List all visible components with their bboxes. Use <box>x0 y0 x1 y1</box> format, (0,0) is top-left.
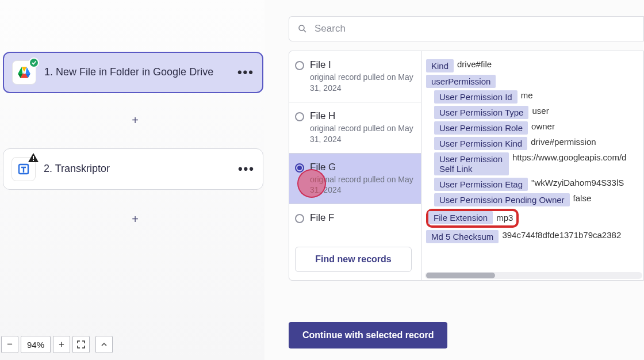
radio-icon[interactable] <box>295 163 304 173</box>
record-sub: original record pulled on May 31, 2024 <box>310 72 414 94</box>
step-1-label: 1. New File in Folder in Google Drive <box>44 66 237 79</box>
field-perm-kind-value: drive#permission <box>531 137 596 147</box>
radio-icon[interactable] <box>295 214 304 223</box>
record-name: File F <box>310 212 335 224</box>
field-perm-pending-value: false <box>573 193 592 203</box>
details-horizontal-scrollbar[interactable] <box>425 272 642 279</box>
field-perm-etag-label: User Permission Etag <box>434 178 528 191</box>
field-file-ext-label: File Extension <box>428 211 493 224</box>
svg-marker-1 <box>22 67 27 72</box>
field-perm-self-value: https://www.googleapis.com/d <box>512 152 626 162</box>
record-name: File H <box>310 110 414 122</box>
zoom-out-button[interactable]: − <box>1 336 18 353</box>
field-md5-value: 394c744f8dfde1371b79ca2382 <box>502 230 621 240</box>
warning-badge-icon <box>28 153 39 164</box>
step-1-menu[interactable]: ••• <box>237 65 254 80</box>
svg-rect-9 <box>33 156 34 159</box>
workflow-canvas: 1. New File in Folder in Google Drive ••… <box>0 0 264 360</box>
transkriptor-icon <box>12 157 36 181</box>
step-1-card[interactable]: 1. New File in Folder in Google Drive ••… <box>3 52 263 93</box>
search-bar[interactable] <box>289 16 644 41</box>
field-perm-role-label: User Permission Role <box>434 121 528 135</box>
field-perm-pending-label: User Permission Pending Owner <box>434 193 570 206</box>
field-perm-id-value: me <box>521 90 533 100</box>
record-name: File I <box>310 59 414 71</box>
field-perm-kind-label: User Permission Kind <box>434 137 527 150</box>
record-content: File Ioriginal record pulled on May 31, … <box>289 51 644 281</box>
step-2-label: 2. Transkriptor <box>44 162 238 175</box>
drive-icon <box>12 60 36 85</box>
field-md5-label: Md 5 Checksum <box>426 230 499 243</box>
svg-marker-2 <box>26 67 30 74</box>
field-perm-type-value: user <box>532 106 549 116</box>
field-perm-type-label: User Permission Type <box>434 106 528 119</box>
record-selector-panel: File Ioriginal record pulled on May 31, … <box>276 0 644 360</box>
file-extension-highlight: File Extensionmp3 <box>426 209 519 228</box>
svg-line-12 <box>304 30 306 32</box>
field-perm-role-value: owner <box>531 121 555 131</box>
svg-marker-3 <box>18 67 22 74</box>
field-kind-label: Kind <box>426 59 454 72</box>
record-list[interactable]: File Ioriginal record pulled on May 31, … <box>289 51 421 280</box>
record-details: Kinddrive#file userPermission User Permi… <box>421 51 643 280</box>
add-step-plus-top[interactable]: + <box>131 114 139 127</box>
svg-rect-10 <box>33 160 34 161</box>
search-icon <box>297 24 308 34</box>
field-userperm-label: userPermission <box>426 75 496 88</box>
field-file-ext-value: mp3 <box>496 213 516 223</box>
record-name: File G <box>310 162 414 173</box>
fit-screen-button[interactable] <box>72 336 90 353</box>
zoom-level[interactable]: 94% <box>21 336 51 353</box>
step-2-menu[interactable]: ••• <box>238 162 255 177</box>
field-perm-self-label: User Permission Self Link <box>434 152 509 175</box>
record-item-selected[interactable]: File Goriginal record pulled on May 31, … <box>289 154 421 205</box>
svg-point-11 <box>299 25 304 30</box>
field-kind-value: drive#file <box>457 59 492 69</box>
record-sub: original record pulled on May 31, 2024 <box>310 174 414 196</box>
zoom-in-button[interactable]: + <box>53 336 70 353</box>
field-perm-id-label: User Permission Id <box>434 90 518 104</box>
continue-button[interactable]: Continue with selected record <box>289 322 447 348</box>
add-step-plus-bottom[interactable]: + <box>131 213 139 226</box>
check-badge-icon <box>29 58 39 68</box>
collapse-button[interactable] <box>95 336 113 353</box>
zoom-controls: − 94% + <box>1 336 113 353</box>
record-item[interactable]: File Horiginal record pulled on May 31, … <box>289 102 421 154</box>
radio-icon[interactable] <box>295 61 304 70</box>
search-input[interactable] <box>315 23 635 35</box>
step-2-card[interactable]: 2. Transkriptor ••• <box>3 148 263 190</box>
find-new-records-button[interactable]: Find new records <box>295 247 412 272</box>
radio-icon[interactable] <box>295 112 304 121</box>
field-perm-etag-value: "wkWzyiDahom94S33lS <box>531 178 624 187</box>
record-item[interactable]: File Ioriginal record pulled on May 31, … <box>289 51 421 102</box>
record-sub: original record pulled on May 31, 2024 <box>310 123 414 145</box>
